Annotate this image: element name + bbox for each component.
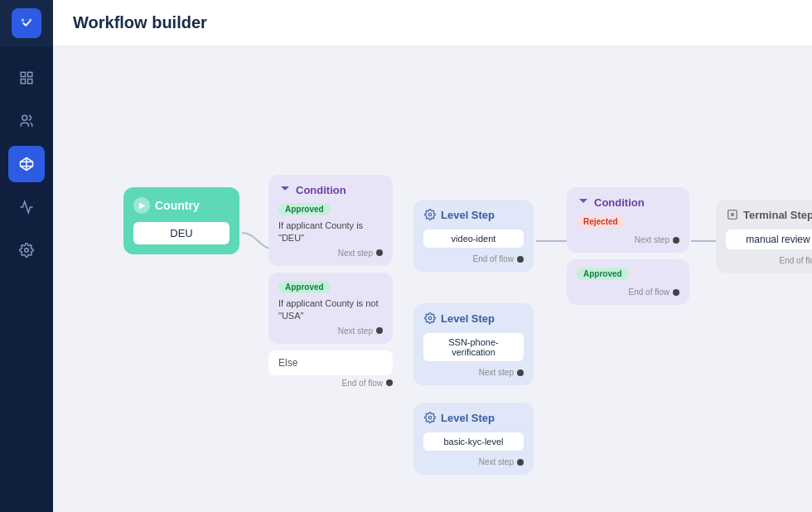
svg-point-0	[19, 16, 34, 31]
country-value: DEU	[133, 222, 230, 244]
svg-point-15	[428, 316, 432, 320]
dot-8	[673, 289, 679, 296]
condition1-branch1-next: Next step	[278, 249, 383, 258]
badge-approved-2: Approved	[278, 281, 331, 293]
terminal-eof: End of flow	[726, 256, 812, 265]
condition1-branch1-text: If applicant County is "DEU"	[278, 220, 383, 245]
level1-header: Level Step	[423, 208, 524, 221]
sidebar-nav	[0, 46, 53, 512]
svg-point-2	[29, 19, 32, 22]
svg-point-16	[428, 416, 432, 419]
gear-icon-2	[423, 312, 437, 325]
filter-icon-1	[278, 183, 292, 196]
svg-point-12	[25, 249, 29, 253]
node-level-3[interactable]: Level Step basic-kyc-level Next step	[413, 403, 534, 475]
node-condition-1[interactable]: Condition Approved If applicant County i…	[268, 175, 393, 388]
level2-header: Level Step	[423, 312, 524, 325]
svg-rect-3	[21, 72, 25, 76]
condition2-card: Condition Rejected Next step	[567, 187, 689, 253]
condition1-header: Condition	[278, 183, 383, 196]
svg-point-14	[428, 213, 432, 216]
app-logo-icon	[12, 8, 41, 38]
svg-point-7	[22, 115, 27, 120]
svg-rect-4	[28, 72, 32, 76]
svg-rect-5	[21, 80, 25, 84]
svg-marker-17	[579, 199, 587, 203]
sidebar-item-users[interactable]	[8, 103, 45, 139]
header: Workflow builder	[53, 0, 812, 46]
condition1-branch2-text: If applicant County is not "USA"	[278, 297, 383, 323]
main-content: Workflow builder ▶ Coun	[53, 0, 812, 512]
play-icon: ▶	[133, 197, 150, 214]
sidebar	[0, 0, 53, 512]
level3-header: Level Step	[423, 411, 524, 424]
page-title: Workflow builder	[73, 13, 207, 32]
terminal-header: Terminal Step	[726, 208, 812, 221]
node-level-2[interactable]: Level Step SSN-phone-verification Next s…	[413, 303, 534, 385]
level1-value: video-ident	[423, 229, 524, 248]
dot-4	[517, 256, 524, 263]
sidebar-item-workflow[interactable]	[8, 146, 45, 182]
condition2-branch1-next: Next step	[577, 235, 679, 244]
condition1-branch2-next: Next step	[278, 326, 383, 336]
node-condition-2[interactable]: Condition Rejected Next step Approved En…	[567, 187, 689, 312]
filter-icon-2	[577, 196, 590, 209]
workflow-canvas[interactable]: ▶ Country DEU Condition Approved If ap	[53, 46, 812, 512]
node-country[interactable]: ▶ Country DEU	[123, 187, 239, 254]
svg-point-1	[22, 19, 25, 22]
condition1-branch2: Approved If applicant County is not "USA…	[268, 273, 393, 344]
sidebar-item-grid[interactable]	[8, 60, 45, 96]
logo	[0, 0, 53, 46]
dot-5	[517, 370, 524, 376]
svg-marker-13	[281, 186, 289, 191]
terminal-icon	[726, 208, 739, 221]
level2-value: SSN-phone-verification	[423, 333, 524, 361]
level3-next: Next step	[423, 457, 524, 466]
badge-approved-c2: Approved	[577, 268, 629, 280]
country-header: ▶ Country	[133, 197, 230, 214]
sidebar-item-settings[interactable]	[8, 232, 45, 268]
condition1-else: Else	[268, 350, 393, 375]
sidebar-item-analytics[interactable]	[8, 189, 45, 225]
dot-1	[376, 249, 383, 256]
gear-icon-1	[423, 208, 437, 221]
level3-value: basic-kyc-level	[423, 432, 524, 451]
condition2-header: Condition	[577, 196, 679, 209]
condition2-branch2-eof: End of flow	[577, 287, 679, 297]
level2-next: Next step	[423, 368, 524, 377]
terminal-value: manual review	[726, 229, 812, 249]
condition1-eof: End of flow	[268, 379, 393, 388]
condition1-branch1: Condition Approved If applicant County i…	[268, 175, 393, 266]
badge-approved-1: Approved	[278, 203, 331, 215]
canvas-inner: ▶ Country DEU Condition Approved If ap	[78, 80, 812, 510]
dot-6	[517, 459, 524, 466]
dot-3	[386, 379, 393, 386]
condition2-branch2: Approved End of flow	[567, 259, 689, 305]
node-terminal[interactable]: Terminal Step manual review End of flow	[716, 200, 812, 273]
svg-rect-6	[28, 80, 32, 84]
level1-eof: End of flow	[423, 254, 524, 263]
dot-7	[673, 237, 679, 244]
badge-rejected: Rejected	[577, 215, 625, 228]
dot-2	[376, 327, 383, 334]
gear-icon-3	[423, 411, 437, 424]
node-level-1[interactable]: Level Step video-ident End of flow	[413, 200, 534, 272]
